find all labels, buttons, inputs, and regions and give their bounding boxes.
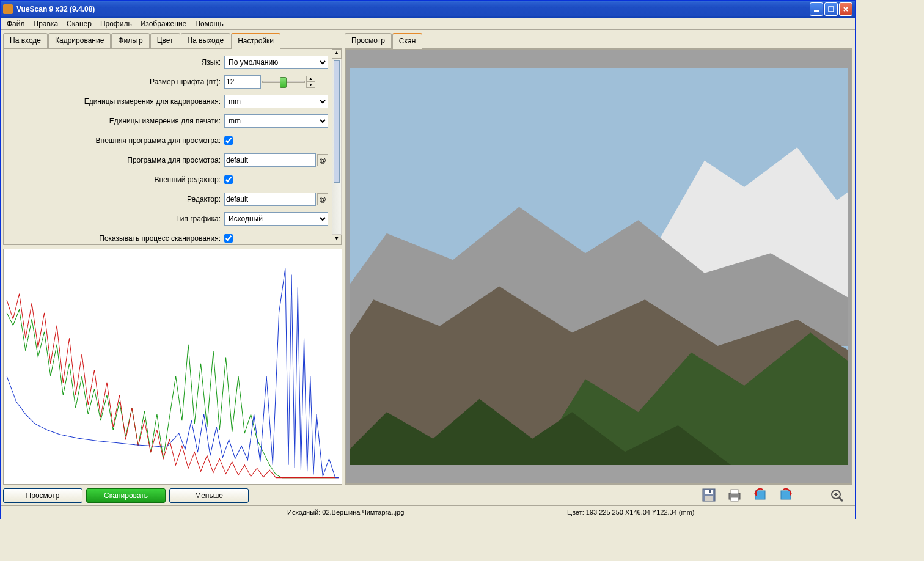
preview-panel bbox=[345, 48, 853, 485]
svg-rect-9 bbox=[705, 490, 713, 494]
viewer-prog-input[interactable] bbox=[224, 153, 316, 167]
print-units-select[interactable]: mm bbox=[224, 114, 328, 128]
editor-prog-label: Редактор: bbox=[6, 195, 224, 204]
preview-button[interactable]: Просмотр bbox=[3, 488, 82, 503]
print-icon[interactable] bbox=[725, 487, 744, 503]
language-label: Язык: bbox=[6, 58, 224, 67]
svg-rect-11 bbox=[710, 490, 711, 493]
tab-crop[interactable]: Кадрирование bbox=[48, 33, 111, 48]
print-units-label: Единицы измерения для печати: bbox=[6, 117, 224, 125]
font-size-slider[interactable] bbox=[262, 81, 305, 83]
toolbar-icons bbox=[345, 485, 853, 503]
font-size-label: Размер шрифта (пт): bbox=[6, 78, 224, 86]
tab-scan[interactable]: Скан bbox=[392, 33, 422, 49]
settings-pane: Язык: По умолчанию Размер шрифта (пт): ▲… bbox=[3, 48, 342, 245]
settings-panel: На входе Кадрирование Фильтр Цвет На вых… bbox=[3, 32, 342, 245]
ext-editor-label: Внешний редактор: bbox=[6, 175, 224, 184]
crop-units-label: Единицы измерения для кадрирования: bbox=[6, 97, 224, 106]
menu-scanner[interactable]: Сканер bbox=[63, 18, 95, 29]
settings-scrollbar[interactable]: ▲ ▼ bbox=[332, 49, 342, 244]
ext-viewer-checkbox[interactable] bbox=[224, 136, 233, 145]
svg-rect-15 bbox=[755, 491, 765, 499]
font-size-input[interactable] bbox=[224, 75, 261, 89]
window-title: VueScan 9 x32 (9.4.08) bbox=[16, 5, 810, 13]
svg-line-20 bbox=[839, 497, 843, 501]
right-column: Просмотр Скан bbox=[345, 32, 853, 503]
font-size-spinner[interactable]: ▲▼ bbox=[306, 76, 315, 88]
tab-input[interactable]: На входе bbox=[3, 33, 48, 48]
show-progress-label: Показывать процесс сканирования: bbox=[6, 234, 224, 243]
rotate-left-icon[interactable] bbox=[751, 487, 769, 503]
tab-preview[interactable]: Просмотр bbox=[345, 33, 392, 48]
status-source: Исходный: 02.Вершина Чимтарга..jpg bbox=[282, 506, 562, 518]
close-button[interactable] bbox=[839, 2, 853, 16]
titlebar: VueScan 9 x32 (9.4.08) bbox=[1, 1, 855, 18]
menu-profile[interactable]: Профиль bbox=[97, 18, 136, 29]
histogram-panel bbox=[3, 249, 342, 485]
menu-file[interactable]: Файл bbox=[3, 18, 29, 29]
svg-rect-10 bbox=[705, 496, 713, 501]
show-progress-checkbox[interactable] bbox=[224, 234, 233, 243]
preview-viewport[interactable] bbox=[345, 49, 852, 484]
settings-form: Язык: По умолчанию Размер шрифта (пт): ▲… bbox=[4, 49, 332, 244]
tab-settings[interactable]: Настройки bbox=[231, 33, 280, 49]
graph-type-select[interactable]: Исходный bbox=[224, 212, 328, 226]
status-info: Цвет: 193 225 250 X146.04 Y122.34 (mm) bbox=[562, 506, 733, 518]
window-controls bbox=[810, 2, 853, 16]
save-icon[interactable] bbox=[700, 487, 718, 503]
crop-units-select[interactable]: mm bbox=[224, 95, 328, 108]
svg-rect-14 bbox=[731, 497, 738, 501]
menu-edit[interactable]: Правка bbox=[30, 18, 62, 29]
svg-rect-13 bbox=[731, 490, 738, 494]
content-area: На входе Кадрирование Фильтр Цвет На вых… bbox=[1, 30, 855, 505]
viewer-prog-label: Программа для просмотра: bbox=[6, 156, 224, 164]
zoom-in-icon[interactable] bbox=[828, 487, 846, 503]
histogram-chart bbox=[4, 249, 342, 484]
svg-rect-17 bbox=[781, 491, 791, 499]
ext-viewer-label: Внешняя программа для просмотра: bbox=[6, 136, 224, 145]
scan-button[interactable]: Сканировать bbox=[86, 488, 166, 503]
minimize-button[interactable] bbox=[810, 2, 823, 16]
left-column: На входе Кадрирование Фильтр Цвет На вых… bbox=[3, 32, 342, 503]
right-tabs: Просмотр Скан bbox=[345, 33, 853, 49]
viewer-browse-button[interactable]: @ bbox=[317, 154, 328, 166]
scanned-image bbox=[350, 68, 848, 465]
left-tabs: На входе Кадрирование Фильтр Цвет На вых… bbox=[3, 33, 342, 49]
less-button[interactable]: Меньше bbox=[169, 488, 249, 503]
maximize-button[interactable] bbox=[824, 2, 838, 16]
tab-filter[interactable]: Фильтр bbox=[111, 33, 149, 48]
language-select[interactable]: По умолчанию bbox=[224, 56, 328, 69]
svg-rect-1 bbox=[829, 7, 834, 12]
statusbar: Исходный: 02.Вершина Чимтарга..jpg Цвет:… bbox=[1, 505, 855, 518]
tab-color[interactable]: Цвет bbox=[150, 33, 180, 48]
svg-rect-0 bbox=[814, 10, 819, 12]
menubar: Файл Правка Сканер Профиль Изображение П… bbox=[1, 18, 855, 30]
editor-prog-input[interactable] bbox=[224, 193, 316, 206]
graph-type-label: Тип графика: bbox=[6, 215, 224, 223]
menu-help[interactable]: Помощь bbox=[191, 18, 227, 29]
menu-image[interactable]: Изображение bbox=[137, 18, 191, 29]
app-icon bbox=[3, 4, 13, 14]
rotate-right-icon[interactable] bbox=[777, 487, 795, 503]
editor-browse-button[interactable]: @ bbox=[317, 193, 328, 205]
action-buttons: Просмотр Сканировать Меньше bbox=[3, 487, 342, 503]
tab-output[interactable]: На выходе bbox=[181, 33, 231, 48]
ext-editor-checkbox[interactable] bbox=[224, 175, 233, 184]
